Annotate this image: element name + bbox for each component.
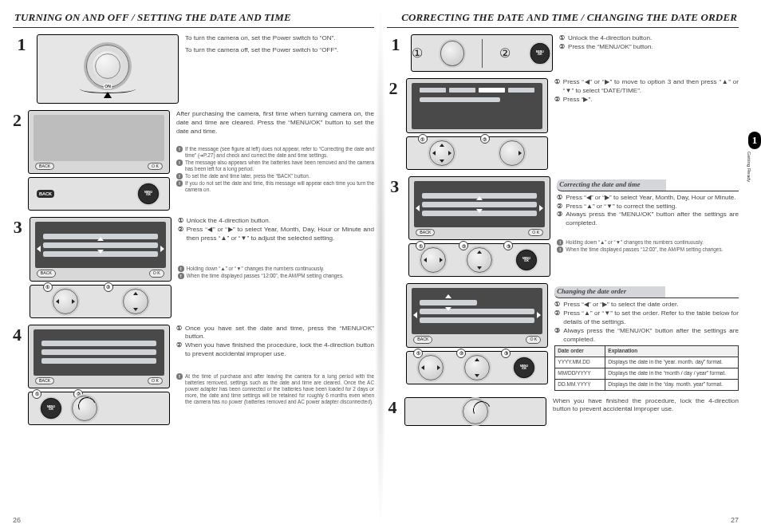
list-marker: ② <box>554 309 560 327</box>
cell-expl: Displays the date in the “year. month. d… <box>605 357 739 368</box>
chevron-up-icon <box>97 237 104 241</box>
divider <box>482 39 483 68</box>
paragraph: When you have finished the procedure, lo… <box>553 397 739 415</box>
dpad-full-icon <box>429 140 455 166</box>
note-text: When the time displayed passes “12:00”, … <box>566 246 723 253</box>
right-step-3: 3 BACK O K <box>387 176 739 277</box>
bullet-icon: ! <box>176 160 183 166</box>
two-page-spread: TURNING ON AND OFF / SETTING THE DATE AN… <box>0 0 761 532</box>
note-text: If you do not set the date and time, thi… <box>185 180 374 193</box>
badge-2-icon: ② <box>459 241 468 250</box>
lcd-illustration: BACK O K <box>28 110 170 174</box>
chevron-right-icon <box>160 246 164 252</box>
figure-lcd-first-boot: BACK O K BACK MENU /OK <box>28 110 170 211</box>
lcd-item-icon <box>41 349 156 355</box>
date-order-table: Date order Explanation YYYY.MM.DD Displa… <box>554 345 739 390</box>
step-number: 1 <box>13 34 30 104</box>
step-number: 4 <box>13 325 22 425</box>
badge-1-icon: ① <box>418 134 428 144</box>
list-marker: ① <box>557 194 562 203</box>
chevron-right-icon <box>539 205 543 211</box>
list-text: Unlock the 4-direction button. <box>568 34 652 43</box>
badge-2-icon: ② <box>499 45 511 61</box>
cell-order: DD.MM.YYYY <box>555 379 605 390</box>
badge-1-icon: ① <box>412 45 423 61</box>
menu-ok-button-icon: MENU /OK <box>138 183 159 204</box>
left-page-title: TURNING ON AND OFF / SETTING THE DATE AN… <box>13 11 374 28</box>
chapter-tab: 1 Getting Ready <box>747 132 761 182</box>
list-text: Press “◀” or “▶” to select Year, Month, … <box>187 226 374 243</box>
step-number: 1 <box>387 34 404 72</box>
side-arrow-icons <box>416 205 543 211</box>
list-marker: ② <box>178 226 183 243</box>
step-text: To turn the camera on, set the Power swi… <box>185 34 374 104</box>
dial-center <box>95 53 120 79</box>
paragraph: After purchasing the camera, first time … <box>176 110 374 136</box>
list-text: Once you have set the date and time, pre… <box>185 325 374 342</box>
step-text: When you have finished the procedure, lo… <box>553 397 739 426</box>
badge-1-icon: ① <box>43 282 53 292</box>
figure-lcd-correct: BACK O K ① ② ③ MENU /OK <box>408 176 550 277</box>
lcd-illustration: BACK O K <box>406 283 548 347</box>
back-pill: BACK <box>35 163 54 170</box>
chevron-up-icon <box>476 196 483 200</box>
subsection-correct-date: Correcting the date and time <box>557 179 739 191</box>
note-text: Holding down “▲” or “▼” changes the numb… <box>187 266 325 272</box>
list-marker: ① <box>554 78 560 96</box>
bullet-icon: ! <box>178 273 184 279</box>
back-pill: BACK <box>37 270 56 277</box>
lcd-item-icon <box>41 341 156 346</box>
left-step-4: 4 BACK O K ① ② MENU /OK <box>13 325 374 425</box>
note-text: If the message (see figure at left) does… <box>185 146 374 159</box>
side-arrow-icons <box>37 246 164 252</box>
chevron-up-icon <box>445 294 451 298</box>
left-step-1: 1 ON To turn the camera on, set the Powe… <box>13 34 374 104</box>
step-text: After purchasing the camera, first time … <box>176 110 374 211</box>
list-marker: ② <box>554 96 560 104</box>
arrow-up-icon <box>104 92 112 98</box>
opt-icon <box>449 88 475 93</box>
cell-order: MM/DD/YYYY <box>555 368 605 380</box>
lcd-button-legend: BACK O K <box>34 376 164 384</box>
lcd-button-legend: BACK O K <box>414 227 545 236</box>
navpad-illustration: ① ② <box>406 136 548 170</box>
step-text: ①Press “◀” or “▶” to move to option 3 an… <box>554 78 739 170</box>
list-marker: ③ <box>554 327 560 345</box>
lcd-screen <box>412 288 542 334</box>
list-marker: ② <box>559 43 565 52</box>
opt-icon <box>508 88 534 93</box>
left-step-3: 3 BACK O K <box>13 217 374 317</box>
figure-lcd-option3: ① ② <box>406 78 548 170</box>
menu-ok-button-icon: MENU /OK <box>516 250 537 270</box>
list-marker: ② <box>557 203 562 211</box>
list-text: Press “◀” or “▶” to select the date orde… <box>563 301 678 309</box>
lcd-button-legend: BACK O K <box>412 334 542 343</box>
lcd-screen <box>34 115 164 161</box>
back-pill: BACK <box>35 377 54 384</box>
th-explanation: Explanation <box>605 346 739 357</box>
badge-2-icon: ② <box>480 134 490 144</box>
list-marker: ① <box>176 325 182 342</box>
paragraph: To turn the camera on, set the Power swi… <box>185 34 374 43</box>
ok-pill: O K <box>148 163 163 170</box>
chevron-down-icon <box>445 307 451 311</box>
figure-unlock-press: ① ② MENU /OK <box>411 34 553 72</box>
note-text: At the time of purchase and after leavin… <box>185 373 374 405</box>
dpad-icon <box>440 41 464 66</box>
page-number: 26 <box>13 516 374 524</box>
opt-selected-icon <box>479 88 505 93</box>
lcd-item-icon <box>420 97 500 102</box>
lcd-illustration: BACK O K <box>28 325 170 388</box>
dpad-ud-icon <box>467 247 492 273</box>
control-illustration: ① ② MENU /OK <box>28 392 170 425</box>
page-right: CORRECTING THE DATE AND TIME / CHANGING … <box>380 11 755 524</box>
opt-icon <box>420 88 446 93</box>
side-arrow-icons <box>413 312 541 318</box>
note-text: Holding down “▲” or “▼” changes the numb… <box>566 239 704 246</box>
bullet-icon: ! <box>176 173 183 179</box>
dpad-ud-icon <box>464 355 490 380</box>
note-text: When the time displayed passes “12:00”, … <box>187 273 344 279</box>
ok-pill: O K <box>526 336 541 343</box>
list-text: Press the “MENU/OK” button. <box>568 43 653 52</box>
badge-2-icon: ② <box>456 349 466 358</box>
